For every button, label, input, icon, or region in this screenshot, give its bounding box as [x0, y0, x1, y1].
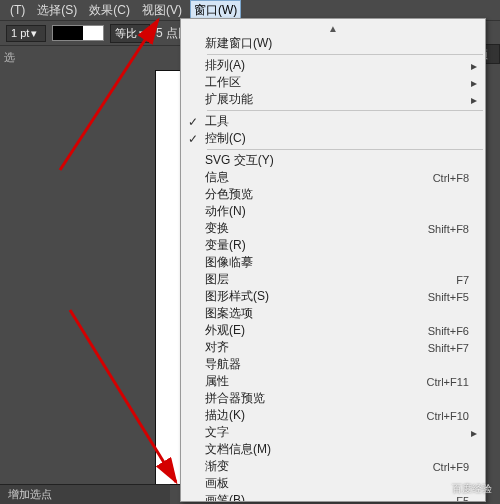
menu-t[interactable]: (T) [6, 1, 29, 19]
menu-scroll-up[interactable]: ▲ [181, 21, 485, 35]
menu-item-label: 图案选项 [205, 305, 461, 322]
menu-item-shortcut: Shift+F8 [420, 223, 469, 235]
menu-item-arrange[interactable]: 排列(A) ▸ [181, 57, 485, 74]
menu-item-label: 图形样式(S) [205, 288, 420, 305]
menu-item[interactable]: 信息Ctrl+F8 [181, 169, 485, 186]
check-icon: ✓ [181, 115, 205, 129]
menu-item-label: 外观(E) [205, 322, 420, 339]
menu-item-label: 图像临摹 [205, 254, 461, 271]
menu-separator [207, 110, 483, 111]
menu-item[interactable]: 文字▸ [181, 424, 485, 441]
menu-item[interactable]: 属性Ctrl+F11 [181, 373, 485, 390]
menu-item-label: 分色预览 [205, 186, 461, 203]
submenu-arrow-icon: ▸ [469, 76, 479, 90]
menu-item-label: SVG 交互(Y) [205, 152, 461, 169]
menu-select[interactable]: 选择(S) [33, 0, 81, 21]
menu-item-label: 扩展功能 [205, 91, 461, 108]
menu-item-label: 描边(K) [205, 407, 419, 424]
menu-item-workspace[interactable]: 工作区 ▸ [181, 74, 485, 91]
menu-item-label: 导航器 [205, 356, 461, 373]
menu-item-label: 对齐 [205, 339, 420, 356]
menu-item-shortcut: F7 [448, 274, 469, 286]
footer-bar: 增加选点 [0, 484, 170, 504]
check-icon: ✓ [181, 132, 205, 146]
chevron-up-icon: ▲ [328, 23, 338, 34]
menu-item-label: 画板 [205, 475, 461, 492]
chevron-down-icon: ▾ [31, 27, 37, 40]
menu-item-label: 变换 [205, 220, 420, 237]
menu-group-panels: SVG 交互(Y)信息Ctrl+F8分色预览动作(N)变换Shift+F8变量(… [181, 152, 485, 502]
menu-item[interactable]: 导航器 [181, 356, 485, 373]
menu-separator [207, 149, 483, 150]
menu-item-label: 图层 [205, 271, 448, 288]
menu-item-control[interactable]: ✓ 控制(C) [181, 130, 485, 147]
chevron-down-icon: ▾ [139, 27, 145, 40]
menu-item-label: 新建窗口(W) [205, 35, 461, 52]
stroke-size-dropdown[interactable]: 1 pt ▾ [6, 25, 46, 42]
submenu-arrow-icon: ▸ [469, 59, 479, 73]
menu-item[interactable]: 图像临摹 [181, 254, 485, 271]
menu-item[interactable]: 画笔(B)F5 [181, 492, 485, 502]
menu-item-shortcut: Shift+F7 [420, 342, 469, 354]
stroke-size-value: 1 pt [11, 27, 29, 39]
menu-item[interactable]: 文档信息(M) [181, 441, 485, 458]
menu-item[interactable]: 变量(R) [181, 237, 485, 254]
menu-item[interactable]: 渐变Ctrl+F9 [181, 458, 485, 475]
scale-mode-dropdown[interactable]: 等比 ▾ [110, 24, 150, 43]
menu-item[interactable]: 拼合器预览 [181, 390, 485, 407]
window-menu-dropdown: ▲ 新建窗口(W) 排列(A) ▸ 工作区 ▸ 扩展功能 ▸ ✓ 工具 ✓ 控制… [180, 18, 486, 502]
menu-item-new-window[interactable]: 新建窗口(W) [181, 35, 485, 52]
menu-item[interactable]: 图层F7 [181, 271, 485, 288]
menu-item-label: 信息 [205, 169, 425, 186]
menu-item-label: 拼合器预览 [205, 390, 461, 407]
menu-item-shortcut: Ctrl+F11 [419, 376, 470, 388]
menu-item-label: 文档信息(M) [205, 441, 461, 458]
menu-item[interactable]: 动作(N) [181, 203, 485, 220]
menu-item-tools[interactable]: ✓ 工具 [181, 113, 485, 130]
menu-effect[interactable]: 效果(C) [85, 0, 134, 21]
menu-item-label: 控制(C) [205, 130, 461, 147]
submenu-arrow-icon: ▸ [469, 426, 479, 440]
menu-separator [207, 54, 483, 55]
submenu-arrow-icon: ▸ [469, 93, 479, 107]
menubar: (T) 选择(S) 效果(C) 视图(V) 窗口(W) [0, 0, 500, 20]
side-label: 选 [4, 50, 15, 65]
menu-item[interactable]: 分色预览 [181, 186, 485, 203]
menu-item-label: 属性 [205, 373, 419, 390]
menu-item-label: 文字 [205, 424, 461, 441]
menu-item[interactable]: 对齐Shift+F7 [181, 339, 485, 356]
menu-item-label: 渐变 [205, 458, 425, 475]
menu-item[interactable]: 变换Shift+F8 [181, 220, 485, 237]
menu-item-shortcut: Shift+F5 [420, 291, 469, 303]
menu-item-shortcut: F5 [448, 495, 469, 503]
menu-item-extensions[interactable]: 扩展功能 ▸ [181, 91, 485, 108]
menu-item[interactable]: 描边(K)Ctrl+F10 [181, 407, 485, 424]
menu-item-label: 工作区 [205, 74, 461, 91]
menu-item-label: 工具 [205, 113, 461, 130]
menu-item-label: 变量(R) [205, 237, 461, 254]
menu-item-shortcut: Shift+F6 [420, 325, 469, 337]
menu-item-shortcut: Ctrl+F9 [425, 461, 469, 473]
menu-item-shortcut: Ctrl+F10 [419, 410, 470, 422]
menu-item-label: 排列(A) [205, 57, 461, 74]
menu-item[interactable]: 外观(E)Shift+F6 [181, 322, 485, 339]
menu-view[interactable]: 视图(V) [138, 0, 186, 21]
menu-item[interactable]: 图形样式(S)Shift+F5 [181, 288, 485, 305]
stroke-profile[interactable] [52, 25, 104, 41]
scale-mode-value: 等比 [115, 26, 137, 41]
menu-item-shortcut: Ctrl+F8 [425, 172, 469, 184]
menu-item[interactable]: SVG 交互(Y) [181, 152, 485, 169]
menu-item[interactable]: 画板 [181, 475, 485, 492]
footer-label: 增加选点 [8, 487, 52, 502]
menu-item[interactable]: 图案选项 [181, 305, 485, 322]
menu-item-label: 画笔(B) [205, 492, 448, 502]
menu-item-label: 动作(N) [205, 203, 461, 220]
